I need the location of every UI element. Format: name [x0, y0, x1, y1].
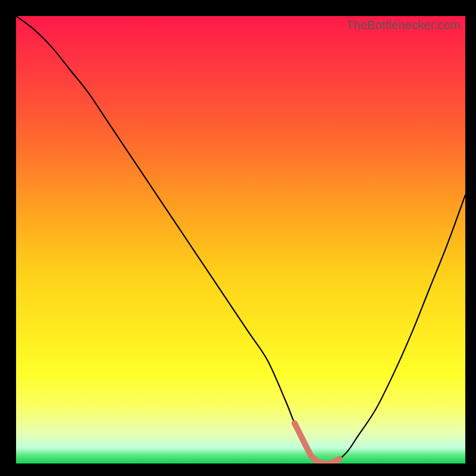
bottleneck-curve: [16, 16, 465, 464]
chart-frame: TheBottlenecker.com: [0, 0, 476, 476]
optimal-range-marker: [295, 423, 339, 464]
curve-layer: [16, 16, 465, 464]
plot-area: TheBottlenecker.com: [16, 16, 465, 464]
